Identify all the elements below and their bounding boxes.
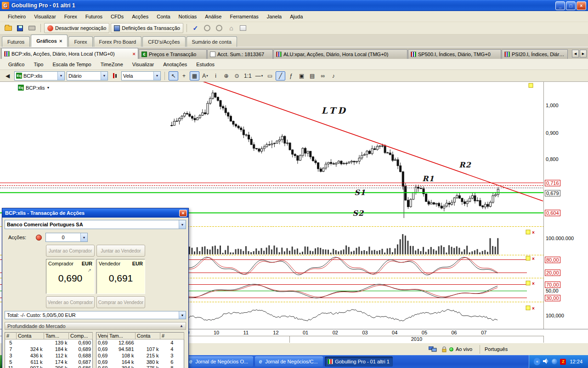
- taskbar-button-gobulling-pro-01-altri-1[interactable]: Gobulling Pro - 01 altri 1: [325, 356, 393, 367]
- chart-menu-escala-de-tempo[interactable]: Escala de Tempo: [48, 60, 96, 69]
- total-bar[interactable]: Total: -/- Custo: 5,00/5,00 EUR ▼: [5, 311, 186, 319]
- chart-area[interactable]: LTDR1R2S1S2×××× Eq BCP:xlis ▼ 1,0000,900…: [0, 82, 588, 343]
- panel-control-icon[interactable]: [526, 230, 530, 234]
- price-axis-label[interactable]: 0,679: [545, 190, 560, 196]
- chart-tab-5[interactable]: PSI20.I, Índices, Diário, T: [502, 49, 568, 59]
- join-bid-button[interactable]: Juntar ao Comprador: [46, 245, 95, 257]
- panel-control-icon[interactable]: [526, 256, 530, 260]
- price-axis-label[interactable]: 70,00: [545, 282, 560, 288]
- bid-depth-column-header[interactable]: #: [5, 333, 17, 339]
- chart-type-combobox[interactable]: Vela ▼: [121, 71, 161, 80]
- taskbar-clock[interactable]: 12:24: [570, 359, 582, 364]
- tab-cfd-s-accoes[interactable]: CFD's/Acções: [142, 36, 185, 47]
- panel-close-icon[interactable]: ×: [532, 306, 535, 311]
- close-tab-icon[interactable]: ×: [59, 38, 62, 44]
- chart-back-icon[interactable]: ◀: [3, 71, 12, 80]
- chart-annotation[interactable]: R1: [422, 174, 434, 183]
- bid-depth-row[interactable]: 3436 k112 k0,688: [5, 352, 93, 359]
- market-depth-header[interactable]: Profundidade do Mercado ▲: [5, 322, 186, 330]
- tab-scroll-right-icon[interactable]: ▶: [580, 50, 587, 58]
- ask-depth-column-header[interactable]: Conta: [136, 333, 160, 339]
- bid-depth-row[interactable]: 5139 k0,690: [5, 339, 93, 346]
- instrument-select[interactable]: Banco Comercial Portugues SA ▼: [5, 220, 186, 229]
- trendline-tool-icon[interactable]: ╱: [276, 71, 285, 80]
- collapse-icon[interactable]: ▲: [180, 324, 183, 328]
- pointer-tool-icon[interactable]: ↖: [169, 71, 178, 80]
- panel-control-icon[interactable]: [526, 281, 530, 285]
- bid-box[interactable]: Comprador EUR ↗ 0,690: [46, 259, 95, 294]
- chart-tab-4[interactable]: SP500.I, Índices, Diário, TMG+0: [408, 49, 501, 59]
- bid-depth-column-header[interactable]: Tam...: [44, 333, 69, 339]
- alert-tool-icon[interactable]: ♪: [328, 71, 338, 80]
- dialog-titlebar[interactable]: BCP:xlis - Transacção de Acções ×: [2, 208, 188, 218]
- home-button[interactable]: ⌂: [226, 23, 237, 33]
- ask-depth-column-header[interactable]: #: [160, 333, 184, 339]
- menu-ferramentas[interactable]: Ferramentas: [226, 12, 262, 21]
- layout-button[interactable]: [238, 23, 249, 33]
- timeframe-combobox[interactable]: Diário ▼: [67, 71, 108, 80]
- menu-futuros[interactable]: Futuros: [81, 12, 107, 21]
- price-axis[interactable]: 1,0000,9000,8000,7160,6790,604100.000.00…: [544, 82, 588, 329]
- quantity-input[interactable]: 0 ▼: [45, 233, 88, 242]
- chart-menu-visualizar[interactable]: Visualizar: [128, 60, 159, 69]
- price-axis-label[interactable]: 80,00: [545, 257, 560, 263]
- menu-forex[interactable]: Forex: [60, 12, 81, 21]
- ask-depth-column-header[interactable]: Vend...: [96, 333, 108, 339]
- tab-graficos[interactable]: Gráficos×: [31, 34, 68, 47]
- buy-from-ask-button[interactable]: Comprar ao Vendedor: [96, 296, 145, 308]
- menu-cfds[interactable]: CFDs: [107, 12, 128, 21]
- transaction-dialog[interactable]: BCP:xlis - Transacção de Acções × Banco …: [2, 208, 189, 368]
- chevron-down-icon[interactable]: ▼: [101, 72, 107, 80]
- price-axis-label[interactable]: 100.000.000: [545, 236, 575, 241]
- volume-icon[interactable]: [543, 358, 549, 365]
- transaction-settings-button[interactable]: Definições da Transacção: [111, 23, 183, 33]
- price-axis-label[interactable]: 0,604: [545, 210, 560, 216]
- ask-depth-row[interactable]: 0,69112.6664: [96, 339, 184, 346]
- chart-menu-grafico[interactable]: Gráfico: [4, 60, 29, 69]
- chart-annotation[interactable]: S2: [352, 209, 364, 218]
- chevron-down-icon[interactable]: ▼: [153, 72, 160, 80]
- tab-forex-pro-board[interactable]: Forex Pro Board: [94, 36, 142, 47]
- ask-depth-table[interactable]: Vend...Tam...Conta#0,69112.66640,69294.5…: [96, 332, 184, 368]
- annotation-tool-icon[interactable]: A▾: [200, 71, 210, 80]
- forward-button[interactable]: [214, 23, 225, 33]
- disable-trading-button[interactable]: Desactivar negociação: [44, 23, 109, 33]
- chart-annotation[interactable]: R2: [459, 161, 471, 169]
- price-axis-label[interactable]: 1,000: [545, 103, 560, 108]
- link-tool-icon[interactable]: ∞: [318, 71, 328, 80]
- price-axis-label[interactable]: 50,00: [545, 288, 560, 293]
- taskbar-button-jornal-de-negocios-o[interactable]: eJornal de Negócios O...: [185, 356, 253, 367]
- panel-close-icon[interactable]: ×: [532, 230, 535, 235]
- bid-depth-column-header[interactable]: Conta: [16, 333, 44, 339]
- chart-menu-anotacoes[interactable]: Anotações: [158, 60, 192, 69]
- tab-futuros[interactable]: Futuros: [2, 36, 30, 47]
- zonealarm-icon[interactable]: Z: [560, 359, 566, 365]
- print-button[interactable]: [27, 23, 37, 33]
- chart-tab-1[interactable]: €Preços e Transacção: [139, 49, 207, 59]
- tab-sumario-de-conta[interactable]: Sumário de conta: [187, 36, 237, 47]
- minimize-button[interactable]: _: [555, 1, 565, 10]
- price-axis-label[interactable]: 0,800: [545, 156, 560, 162]
- chevron-down-icon[interactable]: ▼: [57, 72, 64, 80]
- price-axis-label[interactable]: 0,900: [545, 130, 560, 136]
- menu-ajuda[interactable]: Ajuda: [286, 12, 307, 21]
- ask-depth-row[interactable]: 0,69294.581107 k4: [96, 346, 184, 352]
- save-button[interactable]: [15, 23, 25, 33]
- bid-depth-table[interactable]: #ContaTam...Comp...5139 k0,6907324 k184 …: [5, 332, 93, 368]
- tab-scroll-left-icon[interactable]: ◀: [572, 50, 579, 58]
- ask-depth-row[interactable]: 0,695394 k775 k8: [96, 365, 184, 368]
- bid-depth-row[interactable]: 7324 k184 k0,689: [5, 346, 93, 352]
- chevron-down-icon[interactable]: ▼: [179, 311, 186, 319]
- messenger-icon[interactable]: [552, 359, 557, 364]
- bid-depth-row[interactable]: 11907 k296 k0,686: [5, 365, 93, 368]
- chart-tab-3[interactable]: ALU:xpar, Acções, Diário, Hora Local (TM…: [273, 49, 407, 59]
- bid-depth-column-header[interactable]: Comp...: [69, 333, 93, 339]
- ask-depth-column-header[interactable]: Tam...: [107, 333, 135, 339]
- chart-legend[interactable]: Eq BCP:xlis ▼: [17, 84, 51, 91]
- price-axis-label[interactable]: 20,00: [545, 270, 560, 276]
- price-axis-label[interactable]: 0,716: [545, 180, 560, 186]
- grid-toggle-icon[interactable]: ▦: [190, 71, 199, 80]
- chevron-down-icon[interactable]: ▼: [80, 233, 87, 242]
- panel-close-icon[interactable]: ×: [532, 281, 535, 286]
- panel-control-icon[interactable]: [529, 83, 533, 87]
